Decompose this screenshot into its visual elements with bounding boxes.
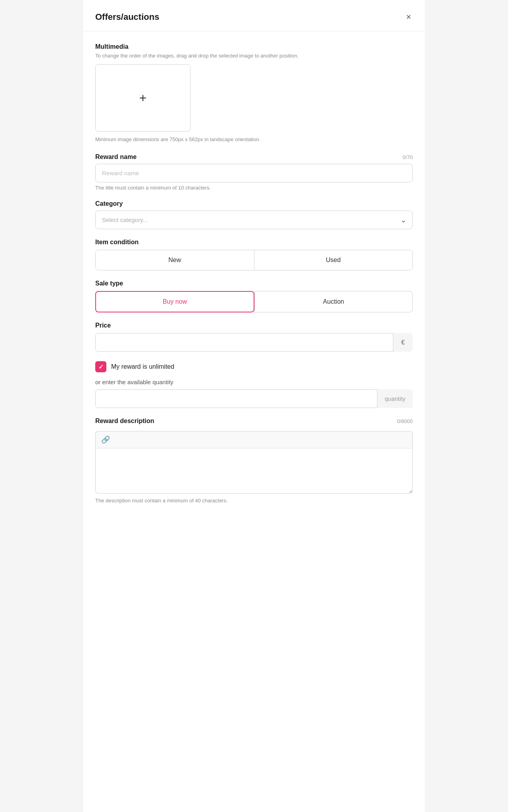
checkmark-icon: ✓ xyxy=(98,363,104,371)
reward-description-note: The description must contain a minimum o… xyxy=(95,498,413,504)
unlimited-reward-label: My reward is unlimited xyxy=(111,363,174,370)
sale-type-toggle-group: Buy now Auction xyxy=(95,291,413,312)
multimedia-hint: To change the order of the images, drag … xyxy=(95,53,413,59)
category-section: Category Select category... ⌄ xyxy=(95,200,413,229)
quantity-suffix-label: quantity xyxy=(377,389,413,408)
multimedia-section: Multimedia To change the order of the im… xyxy=(95,43,413,142)
multimedia-label: Multimedia xyxy=(95,43,413,50)
media-upload-area[interactable]: + xyxy=(95,64,190,132)
unlimited-reward-row[interactable]: ✓ My reward is unlimited xyxy=(95,361,413,372)
reward-name-label: Reward name xyxy=(95,153,137,161)
price-label: Price xyxy=(95,322,413,329)
image-dimensions-hint: Minimum image dimensions are 750px x 562… xyxy=(95,136,413,142)
sale-type-buy-now-button[interactable]: Buy now xyxy=(95,291,254,312)
quantity-input[interactable] xyxy=(95,389,413,408)
unlimited-reward-checkbox[interactable]: ✓ xyxy=(95,361,106,372)
sale-type-label: Sale type xyxy=(95,280,413,287)
sale-type-auction-button[interactable]: Auction xyxy=(254,291,413,312)
item-condition-label: Item condition xyxy=(95,239,413,246)
reward-name-section: Reward name 0/70 The title must contain … xyxy=(95,153,413,191)
reward-name-char-count: 0/70 xyxy=(403,154,413,160)
price-input-wrapper: € xyxy=(95,333,413,352)
price-input[interactable] xyxy=(95,333,413,352)
reward-name-note: The title must contain a minimum of 10 c… xyxy=(95,185,413,191)
category-label: Category xyxy=(95,200,413,207)
quantity-input-wrapper: quantity xyxy=(95,389,413,408)
condition-new-button[interactable]: New xyxy=(96,250,254,270)
modal-body: Multimedia To change the order of the im… xyxy=(83,31,425,523)
reward-description-section: Reward description 0/8000 🔗 The descript… xyxy=(95,417,413,504)
sale-type-section: Sale type Buy now Auction xyxy=(95,280,413,312)
quantity-section: or enter the available quantity quantity xyxy=(95,379,413,408)
reward-description-textarea[interactable] xyxy=(95,448,413,494)
reward-name-input[interactable] xyxy=(95,164,413,182)
offers-auctions-modal: Offers/auctions × Multimedia To change t… xyxy=(83,0,425,812)
description-toolbar: 🔗 xyxy=(95,431,413,448)
category-select-wrapper: Select category... ⌄ xyxy=(95,211,413,229)
quantity-hint: or enter the available quantity xyxy=(95,379,413,385)
modal-header: Offers/auctions × xyxy=(83,0,425,31)
reward-name-header: Reward name 0/70 xyxy=(95,153,413,161)
item-condition-toggle-group: New Used xyxy=(95,250,413,270)
modal-title: Offers/auctions xyxy=(95,12,159,22)
link-icon[interactable]: 🔗 xyxy=(101,436,110,444)
reward-description-label: Reward description xyxy=(95,417,154,425)
condition-used-button[interactable]: Used xyxy=(254,250,413,270)
price-section: Price € xyxy=(95,322,413,352)
currency-symbol: € xyxy=(393,333,413,352)
reward-description-char-count: 0/8000 xyxy=(397,418,413,424)
item-condition-section: Item condition New Used xyxy=(95,239,413,270)
category-select[interactable]: Select category... xyxy=(95,211,413,229)
upload-plus-icon: + xyxy=(139,92,147,104)
close-button[interactable]: × xyxy=(404,11,413,23)
reward-description-header: Reward description 0/8000 xyxy=(95,417,413,425)
